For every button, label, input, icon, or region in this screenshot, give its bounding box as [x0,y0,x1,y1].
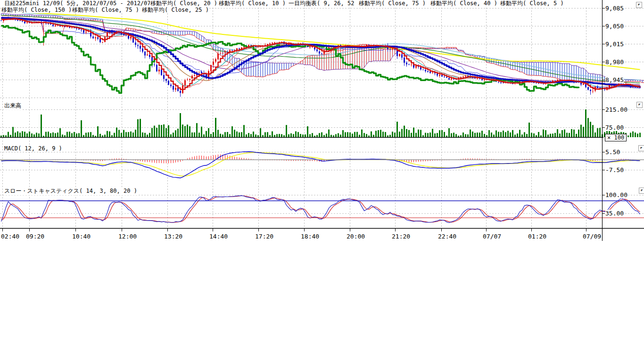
legend-ma150: 移動平均( Close, 150 ) [1,7,72,13]
macd-panel-title: MACD( 12, 26, 9 ) [4,145,63,152]
y-axis-label: 35.00 [605,210,624,217]
volume-panel[interactable] [0,109,641,137]
pane-resize-icon[interactable]: ◤ [636,2,642,8]
pane-resize-icon[interactable]: ◤ [638,145,644,151]
x-axis-label: 21:20 [392,233,410,240]
y-axis-label: 5.50 [605,148,620,156]
instrument-title: 日経225mini 12/09( 5分, 2012/07/05 - 2012/0… [4,0,168,7]
x-axis-label: 17:20 [255,233,273,240]
volume-panel-title: 出来高 [4,102,22,110]
legend-ma5: 移動平均( Close, 5 ) [500,0,564,7]
x-axis-label: 10:40 [72,233,91,240]
price-panel[interactable] [0,12,644,97]
legend-ma25: 移動平均( Close, 25 ) [141,7,209,13]
y-axis-label: -7.50 [605,166,624,173]
y-axis-label: 100.00 [605,191,627,198]
x-axis-label: 09:20 [26,233,44,240]
volume-multiplier-badge: × 100 [605,134,627,141]
y-axis-label: 9,015 [605,41,624,48]
chart-canvas[interactable] [0,0,644,245]
pane-resize-icon[interactable]: ◤ [639,188,644,194]
x-axis-label: 02:40 [1,233,19,240]
x-axis-label: 22:40 [438,233,456,240]
legend-ma20: 移動平均( Close, 20 ) [150,0,218,7]
legend-ma40: 移動平均( Close, 40 ) [430,0,498,7]
y-axis-label: 9,050 [605,23,624,30]
chart-app: 日経225mini 12/09( 5分, 2012/07/05 - 2012/0… [0,0,644,362]
x-axis-label: 18:40 [301,233,319,240]
x-axis-label: 14:40 [209,233,228,240]
y-axis-label: 8,980 [605,58,624,66]
y-axis-label: 9,085 [605,5,624,12]
axes [0,0,644,241]
legend-ma75: 移動平均( Close, 75 ) [358,0,426,7]
legend-ma10: 移動平均( Close, 10 ) [218,0,286,7]
pane-resize-icon[interactable]: ◤ [636,102,643,108]
x-axis-label: 20:00 [347,233,365,240]
stoch-panel[interactable] [1,196,640,222]
x-axis-label: 13:20 [164,233,182,240]
legend-ma75-2: 移動平均( Close, 75 ) [72,7,140,13]
y-axis-label: 8,945 [605,76,624,83]
y-axis-label: 215.00 [605,106,627,113]
x-axis-label: 01:20 [528,233,546,240]
x-axis-label: 07/07 [483,233,501,240]
stoch-panel-title: スロー・ストキャスティクス( 14, 3, 80, 20 ) [4,187,138,195]
x-axis-label: 12:00 [118,233,137,240]
y-axis-label: 75.00 [605,124,624,131]
macd-panel[interactable] [1,152,640,178]
legend-ichimoku: 一目均衡表( 9, 26, 52 ) [288,0,362,7]
x-axis-label: 07/09 [583,233,601,240]
